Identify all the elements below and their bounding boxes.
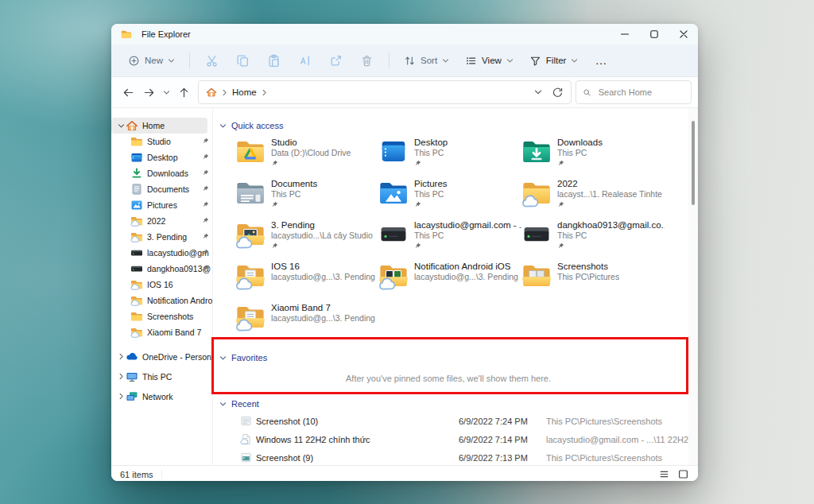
favorites-header[interactable]: Favorites bbox=[219, 351, 688, 364]
app-folder-icon bbox=[121, 29, 132, 40]
favorites-empty-message: After you've pinned some files, we'll sh… bbox=[219, 374, 688, 383]
tile-path: This PC bbox=[414, 189, 448, 200]
forward-button[interactable] bbox=[138, 82, 159, 103]
sidebar-item-xiaomi-band7[interactable]: Xiaomi Band 7 bbox=[111, 324, 212, 340]
sidebar-item-studio[interactable]: Studio bbox=[111, 134, 212, 149]
tile-xiaomi-band7[interactable]: Xiaomi Band 7 lacaystudio@g...\3. Pendin… bbox=[235, 300, 378, 342]
filter-button-label: Filter bbox=[546, 56, 567, 65]
copy-button[interactable] bbox=[228, 48, 258, 73]
tile-notification-android-ios[interactable]: Notification Android iOS lacaystudio@g..… bbox=[378, 259, 521, 300]
sidebar-item-screenshots[interactable]: Screenshots bbox=[111, 308, 212, 324]
documents-folder-icon bbox=[235, 178, 266, 208]
pin-icon bbox=[557, 201, 564, 208]
address-dropdown-chevron[interactable] bbox=[534, 89, 542, 95]
tile-pictures[interactable]: Pictures This PC bbox=[378, 176, 521, 218]
sidebar-item-dangkhoa[interactable]: dangkhoa0913@ bbox=[111, 261, 212, 277]
filter-button[interactable]: Filter bbox=[522, 48, 586, 73]
breadcrumb-home[interactable]: Home bbox=[232, 87, 257, 97]
recent-file-name: Screenshot (10) bbox=[256, 417, 459, 426]
sidebar-item-3-pending[interactable]: 3. Pending bbox=[111, 229, 212, 245]
network-icon bbox=[126, 390, 138, 403]
expand-chevron-icon[interactable] bbox=[116, 353, 126, 360]
maximize-button[interactable] bbox=[639, 24, 669, 45]
tile-dangkhoa-drive[interactable]: dangkhoa0913@gmail.co... This PC bbox=[521, 218, 665, 259]
minimize-button[interactable] bbox=[610, 24, 639, 45]
pin-icon bbox=[557, 242, 564, 250]
details-view-icon[interactable] bbox=[658, 468, 670, 480]
sidebar-item-2022[interactable]: 2022 bbox=[111, 213, 212, 229]
documents-icon bbox=[130, 183, 143, 196]
sidebar-item-downloads[interactable]: Downloads bbox=[111, 165, 212, 181]
tile-documents[interactable]: Documents This PC bbox=[235, 176, 378, 218]
tile-studio[interactable]: Studio Data (D:)\Cloud Drive bbox=[235, 135, 378, 176]
view-icon bbox=[465, 55, 477, 67]
tile-3-pending[interactable]: 3. Pending lacaystudio...\Lá cây Studio bbox=[235, 218, 378, 259]
pin-icon bbox=[202, 249, 209, 256]
tile-ios16[interactable]: IOS 16 lacaystudio@g...\3. Pending bbox=[235, 259, 378, 300]
item-count: 61 items bbox=[120, 470, 162, 479]
large-thumbnails-view-icon[interactable] bbox=[677, 468, 689, 480]
home-icon bbox=[126, 119, 138, 132]
tile-2022[interactable]: 2022 lacayst...\1. Realease Tinhte bbox=[521, 176, 665, 218]
view-button[interactable]: View bbox=[458, 48, 521, 73]
sidebar-item-lacaystudio[interactable]: lacaystudio@gm bbox=[111, 245, 212, 261]
up-button[interactable] bbox=[173, 82, 194, 103]
tile-screenshots[interactable]: Screenshots This PC\Pictures bbox=[521, 259, 665, 300]
view-button-label: View bbox=[482, 56, 502, 65]
sidebar-item-label: 2022 bbox=[147, 216, 165, 226]
sidebar-item-home[interactable]: Home bbox=[111, 118, 207, 134]
expand-chevron-icon[interactable] bbox=[116, 393, 126, 400]
expand-chevron-icon[interactable] bbox=[116, 373, 126, 380]
delete-icon bbox=[360, 54, 374, 68]
sidebar-item-network[interactable]: Network bbox=[111, 386, 212, 406]
recent-file-row[interactable]: Screenshot (9) 6/9/2022 7:13 PM This PC\… bbox=[219, 448, 688, 465]
sidebar-item-notification-android[interactable]: Notification Androi bbox=[111, 293, 212, 308]
sidebar-item-desktop[interactable]: Desktop bbox=[111, 149, 212, 165]
tile-lacaystudio-drive[interactable]: lacaystudio@gmail.com - ... This PC bbox=[378, 218, 521, 259]
recent-header[interactable]: Recent bbox=[219, 397, 688, 410]
address-bar[interactable]: Home bbox=[198, 80, 572, 104]
cut-button[interactable] bbox=[197, 48, 227, 73]
refresh-icon[interactable] bbox=[552, 87, 564, 99]
recent-file-row[interactable]: Screenshot (10) 6/9/2022 7:24 PM This PC… bbox=[219, 412, 688, 430]
cloud-folder-icon bbox=[130, 326, 143, 339]
sort-button-label: Sort bbox=[421, 56, 437, 65]
pictures-icon bbox=[130, 199, 143, 211]
sidebar-item-onedrive[interactable]: OneDrive - Personal bbox=[111, 347, 212, 366]
sidebar-item-ios16[interactable]: IOS 16 bbox=[111, 277, 212, 293]
copy-icon bbox=[236, 54, 250, 68]
pin-icon bbox=[202, 153, 209, 161]
recent-file-path: lacaystudio@gmail.com - ...\11 22H2 bbox=[546, 435, 688, 444]
see-more-button[interactable]: … bbox=[587, 56, 615, 64]
back-button[interactable] bbox=[118, 82, 138, 103]
sidebar-item-this-pc[interactable]: This PC bbox=[111, 366, 212, 386]
expand-chevron-icon[interactable] bbox=[116, 123, 126, 129]
cloud-doc-folder-icon bbox=[235, 302, 266, 332]
recent-file-row[interactable]: Windows 11 22H2 chính thức 6/9/2022 7:14… bbox=[219, 430, 688, 448]
sidebar-item-documents[interactable]: Documents bbox=[111, 181, 212, 197]
paste-button[interactable] bbox=[259, 48, 289, 73]
quick-access-header[interactable]: Quick access bbox=[219, 119, 688, 132]
rename-button[interactable] bbox=[290, 48, 320, 73]
tile-name: Desktop bbox=[414, 137, 448, 148]
tile-desktop[interactable]: Desktop This PC bbox=[378, 135, 521, 176]
share-button[interactable] bbox=[321, 48, 351, 73]
recent-file-name: Windows 11 22H2 chính thức bbox=[256, 435, 459, 444]
sidebar-item-pictures[interactable]: Pictures bbox=[111, 197, 212, 213]
new-button[interactable]: New bbox=[121, 48, 182, 73]
sidebar-item-label: 3. Pending bbox=[147, 232, 187, 242]
scrollbar-thumb[interactable] bbox=[692, 121, 695, 205]
close-button[interactable] bbox=[669, 24, 698, 45]
vertical-scrollbar[interactable] bbox=[688, 108, 698, 465]
file-explorer-window: File Explorer New Sort bbox=[111, 24, 698, 481]
search-box[interactable] bbox=[576, 80, 692, 104]
recent-locations-chevron[interactable] bbox=[159, 82, 173, 103]
image-file-icon bbox=[240, 415, 252, 427]
share-icon bbox=[329, 54, 343, 68]
sort-button[interactable]: Sort bbox=[397, 48, 456, 73]
tile-downloads[interactable]: Downloads This PC bbox=[521, 135, 665, 176]
search-input[interactable] bbox=[597, 87, 684, 98]
pin-icon bbox=[202, 201, 209, 208]
delete-button[interactable] bbox=[352, 48, 382, 73]
title-bar[interactable]: File Explorer bbox=[111, 24, 698, 45]
